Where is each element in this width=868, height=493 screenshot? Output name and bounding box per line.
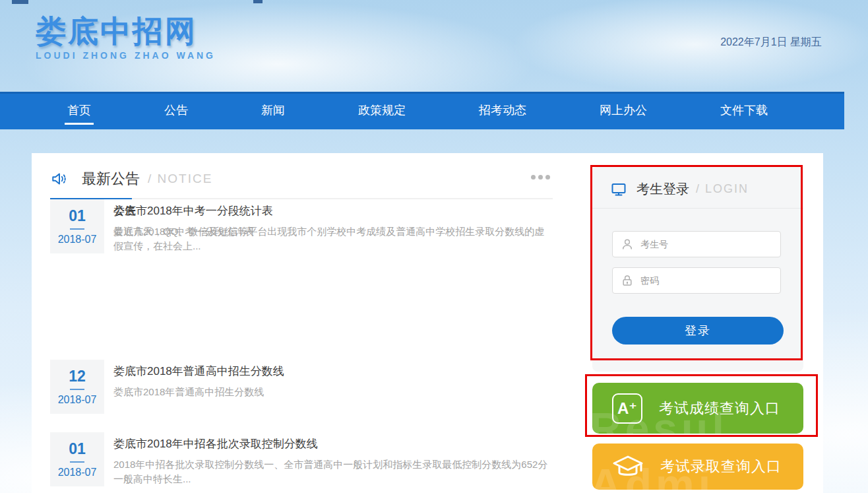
nav-item-news[interactable]: 新闻 <box>261 92 285 129</box>
notice-item-desc: 娄底市2018年普通高中招生分数线 <box>113 385 553 399</box>
notice-list-item[interactable]: 01 2018-07 娄底市2018年中考一分段统计表 娄底市2018年中考一分… <box>50 199 553 253</box>
nav-item-policies[interactable]: 政策规定 <box>358 92 406 129</box>
nav-item-home[interactable]: 首页 <box>67 92 91 129</box>
top-edge-artifact <box>253 0 263 3</box>
date-badge: 01 2018-07 <box>50 199 104 253</box>
candidate-number-input[interactable] <box>640 239 780 249</box>
admission-query-button[interactable]: Admi 考试录取查询入口 <box>592 444 803 490</box>
login-title: 考生登录 <box>636 180 689 198</box>
score-query-button[interactable]: Resul A⁺ 考试成绩查询入口 <box>592 383 803 434</box>
notice-list-item[interactable]: 01 2018-07 娄底市2018年中招各批次录取控制分数线 2018年中招各… <box>50 432 553 486</box>
login-header: 考生登录 / LOGIN <box>592 167 803 208</box>
content-card: 最新公告 / NOTICE 12 2018-07 娄底市2018年普通高中招生分… <box>32 153 823 493</box>
notice-title: 最新公告 <box>82 169 140 189</box>
a-plus-icon: A⁺ <box>612 393 642 424</box>
notice-subtitle: / NOTICE <box>148 172 212 186</box>
notice-item-desc: 娄底市2018年中考一分段统计表 <box>113 224 553 239</box>
password-field[interactable] <box>612 267 781 294</box>
lock-icon <box>621 274 634 287</box>
current-date: 2022年7月1日 星期五 <box>720 36 822 49</box>
main-nav: 首页 公告 新闻 政策规定 招考动态 网上办公 文件下载 <box>0 92 844 129</box>
nav-item-downloads[interactable]: 文件下载 <box>720 92 768 129</box>
login-divider <box>592 208 803 209</box>
speaker-icon <box>50 170 69 187</box>
login-panel: 考生登录 / LOGIN <box>592 167 803 372</box>
monitor-icon <box>610 181 627 197</box>
site-subtitle: LOUDI ZHONG ZHAO WANG <box>36 50 216 61</box>
nav-item-announcements[interactable]: 公告 <box>164 92 188 129</box>
top-edge-artifact <box>12 0 28 4</box>
nav-item-online-office[interactable]: 网上办公 <box>600 92 647 129</box>
user-icon <box>621 238 634 251</box>
login-subtitle: / LOGIN <box>696 182 749 196</box>
notice-item-desc: 2018年中招各批次录取控制分数线一、全市普通高中一般计划和指标生录取最低控制分… <box>113 457 553 486</box>
nav-item-enrollment-updates[interactable]: 招考动态 <box>479 92 526 129</box>
password-input[interactable] <box>640 275 780 286</box>
date-badge: 12 2018-07 <box>50 360 104 414</box>
page: 娄底中招网 LOUDI ZHONG ZHAO WANG 2022年7月1日 星期… <box>0 0 868 493</box>
notice-item-title[interactable]: 娄底市2018年中考一分段统计表 <box>113 203 553 218</box>
notice-list-item[interactable]: 12 2018-07 娄底市2018年普通高中招生分数线 娄底市2018年普通高… <box>50 360 553 414</box>
more-dots-icon[interactable] <box>531 175 550 180</box>
notice-item-title[interactable]: 娄底市2018年中招各批次录取控制分数线 <box>113 436 553 451</box>
site-logo[interactable]: 娄底中招网 LOUDI ZHONG ZHAO WANG <box>36 15 216 61</box>
score-query-label: 考试成绩查询入口 <box>659 399 780 418</box>
notice-panel: 最新公告 / NOTICE 12 2018-07 娄底市2018年普通高中招生分… <box>50 165 553 490</box>
site-title: 娄底中招网 <box>36 15 216 48</box>
date-badge: 01 2018-07 <box>50 432 104 486</box>
admission-query-label: 考试录取查询入口 <box>660 457 782 477</box>
login-button[interactable]: 登录 <box>612 317 784 345</box>
notice-item-title[interactable]: 娄底市2018年普通高中招生分数线 <box>113 364 553 379</box>
graduation-cap-icon <box>612 453 644 480</box>
candidate-number-field[interactable] <box>612 231 781 257</box>
notice-header: 最新公告 / NOTICE <box>50 165 553 193</box>
